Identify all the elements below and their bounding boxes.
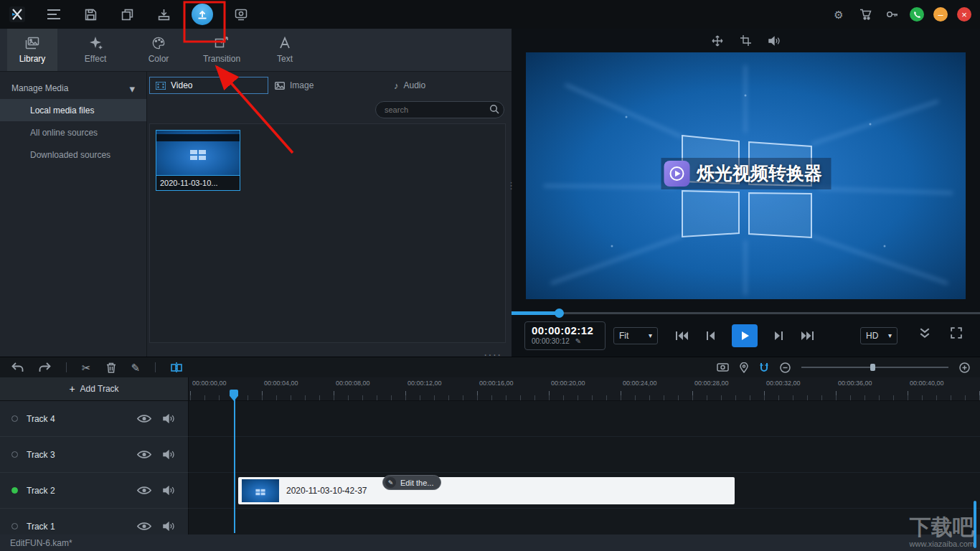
ruler-label: 00:00:08,00 <box>336 380 370 387</box>
render-preview-icon[interactable] <box>717 362 729 372</box>
track-lane[interactable] <box>189 509 980 535</box>
vertical-scrollbar[interactable] <box>974 501 976 548</box>
media-grid: 2020-11-03-10... <box>149 123 506 343</box>
clip-thumbnail <box>242 479 279 502</box>
settings-gear-icon[interactable]: ⚙ <box>830 6 847 23</box>
current-time: 00:00:02:12 <box>532 324 598 336</box>
upload-icon[interactable] <box>192 4 213 25</box>
play-button[interactable] <box>732 324 758 347</box>
eye-icon[interactable] <box>136 486 152 495</box>
speaker-icon[interactable] <box>161 522 176 531</box>
save-icon[interactable] <box>82 6 99 23</box>
marker-icon[interactable] <box>740 362 748 373</box>
undo-icon[interactable] <box>11 362 24 372</box>
track-header: Track 1 <box>0 509 189 535</box>
eye-icon[interactable] <box>136 522 152 531</box>
zoom-in-icon[interactable] <box>959 362 970 373</box>
magnet-icon[interactable] <box>759 362 769 373</box>
cart-icon[interactable] <box>857 6 874 23</box>
ruler-label: 00:00:12,00 <box>407 380 442 387</box>
ruler-label: 00:00:00,00 <box>192 380 227 387</box>
seek-bar[interactable] <box>512 308 980 318</box>
track-lane[interactable] <box>189 437 980 473</box>
tab-library[interactable]: Library <box>7 29 57 71</box>
media-item[interactable]: 2020-11-03-10... <box>156 130 240 191</box>
move-icon[interactable] <box>712 35 723 47</box>
sidebar-item-downloaded[interactable]: Downloaded sources <box>0 143 146 166</box>
tab-text[interactable]: Text <box>260 29 310 71</box>
tab-transition[interactable]: Transition <box>197 29 247 71</box>
sidebar-item-local-media[interactable]: Local media files <box>0 99 146 121</box>
webcam-icon[interactable] <box>232 6 250 23</box>
tab-effect[interactable]: Effect <box>70 29 121 71</box>
timeline-resize-handle[interactable]: ···· <box>484 349 501 362</box>
ribbon-tabs: Library Effect Color Transition <box>0 29 512 72</box>
quality-dropdown[interactable]: HD ▾ <box>860 327 897 344</box>
track-enable-dot[interactable] <box>11 487 18 494</box>
support-phone-icon[interactable] <box>910 7 924 22</box>
redo-icon[interactable] <box>39 362 51 372</box>
track-enable-dot[interactable] <box>11 415 18 422</box>
sidebar-item-online-sources[interactable]: All online sources <box>0 121 146 143</box>
search-input[interactable] <box>375 101 504 118</box>
add-track-button[interactable]: + Add Track <box>0 377 189 401</box>
previous-frame-icon[interactable] <box>705 331 715 341</box>
skip-to-start-icon[interactable] <box>675 331 689 341</box>
tab-color[interactable]: Color <box>133 29 184 71</box>
top-toolbar: ⚙ – × <box>0 0 980 29</box>
crop-icon[interactable] <box>740 35 751 46</box>
preview-panel: 烁光视频转换器 00:00:02:12 00:00:30:12 ✎ Fit ▾ <box>512 29 980 357</box>
edit-icon[interactable]: ✎ <box>131 362 141 373</box>
track-lane[interactable] <box>189 401 980 437</box>
edit-duration-icon[interactable]: ✎ <box>575 338 581 345</box>
import-icon[interactable] <box>155 6 172 23</box>
track-lane[interactable]: 2020-11-03-10-42-37 ✎ Edit the... <box>189 473 980 509</box>
track-enable-dot[interactable] <box>11 523 18 529</box>
track-row: Track 1 <box>0 509 980 535</box>
zoom-out-icon[interactable] <box>780 362 791 373</box>
media-tab-audio[interactable]: ♪ Audio <box>387 77 507 94</box>
quality-value: HD <box>866 331 878 341</box>
fit-dropdown[interactable]: Fit ▾ <box>613 327 658 344</box>
speaker-icon[interactable] <box>161 450 176 459</box>
fullscreen-icon[interactable] <box>951 327 962 339</box>
eye-icon[interactable] <box>136 450 152 459</box>
video-preview[interactable]: 烁光视频转换器 <box>526 52 966 299</box>
seek-handle[interactable] <box>555 309 564 318</box>
volume-icon[interactable] <box>768 36 781 46</box>
tab-label: Effect <box>85 54 106 64</box>
library-panel: Library Effect Color Transition <box>0 29 512 357</box>
speaker-icon[interactable] <box>161 414 176 423</box>
timeline-clip[interactable]: 2020-11-03-10-42-37 ✎ Edit the... <box>238 477 735 504</box>
next-frame-icon[interactable] <box>774 331 784 341</box>
zoom-slider[interactable] <box>801 367 948 368</box>
zoom-slider-handle[interactable] <box>870 364 875 371</box>
speaker-icon[interactable] <box>161 486 176 495</box>
ruler-label: 00:00:24,00 <box>623 380 657 387</box>
menu-icon[interactable] <box>45 6 62 23</box>
search-icon[interactable] <box>489 104 499 114</box>
playhead-line[interactable] <box>234 391 235 533</box>
manage-media-dropdown[interactable]: Manage Media ▾ <box>0 77 146 99</box>
cut-icon[interactable]: ✂ <box>82 362 91 373</box>
preview-toolbar <box>512 29 980 52</box>
ruler-label: 00:00:36,00 <box>838 380 872 387</box>
close-icon[interactable]: × <box>957 7 971 22</box>
clip-edit-tooltip[interactable]: ✎ Edit the... <box>382 475 441 490</box>
timeline-ruler[interactable]: 00:00:00,00 00:00:04,00 00:00:08,00 00:0… <box>189 377 980 401</box>
eye-icon[interactable] <box>136 414 152 423</box>
skip-to-end-icon[interactable] <box>801 331 814 341</box>
track-enable-dot[interactable] <box>11 451 18 458</box>
media-tab-video[interactable]: Video <box>149 77 268 94</box>
chevron-down-icon: ▾ <box>129 83 135 94</box>
minimize-icon[interactable]: – <box>933 7 948 22</box>
delete-icon[interactable] <box>106 362 116 373</box>
key-icon[interactable] <box>883 6 900 23</box>
export-icon[interactable] <box>118 6 136 23</box>
add-track-label: Add Track <box>80 384 119 394</box>
panel-resize-handle[interactable]: ⋮ <box>507 183 516 188</box>
split-icon[interactable] <box>171 362 182 373</box>
image-icon <box>275 82 285 90</box>
media-tab-image[interactable]: Image <box>268 77 387 94</box>
collapse-preview-icon[interactable] <box>919 327 930 339</box>
